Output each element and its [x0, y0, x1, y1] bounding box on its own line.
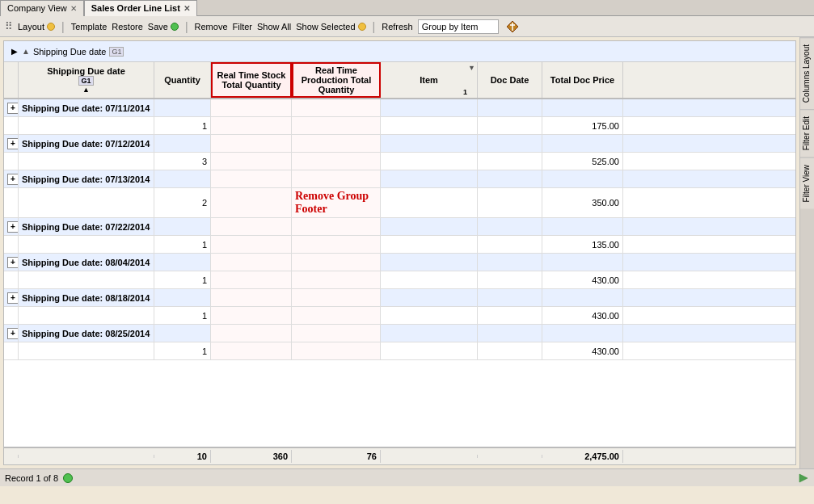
group-stock — [211, 325, 292, 342]
tab-sales-order-close[interactable]: ✕ — [183, 4, 190, 13]
total-doc-price-col-header[interactable]: Total Doc Price — [542, 62, 623, 98]
toolbar-action-icon[interactable] — [504, 18, 521, 36]
row-stock — [211, 271, 292, 288]
footer-prod: 76 — [292, 450, 381, 463]
group-stock — [211, 254, 292, 271]
sort-asc-icon: ▲ — [82, 86, 90, 94]
expand-icon[interactable]: + — [7, 221, 19, 233]
nav-forward-icon[interactable] — [798, 472, 809, 484]
row-expander[interactable]: + — [4, 289, 19, 306]
sidebar-tab-columns-layout[interactable]: Columns Layout — [800, 37, 814, 109]
save-button[interactable]: Save — [148, 22, 179, 32]
realtime-prod-col-header[interactable]: Real Time Production Total Quantity — [292, 62, 381, 98]
group-item — [381, 170, 478, 187]
row-expander[interactable]: + — [4, 254, 19, 271]
quantity-col-header[interactable]: Quantity — [154, 62, 211, 98]
filter-button[interactable]: Filter — [233, 22, 252, 32]
group-label: Shipping Due date: 07/12/2014 — [19, 135, 154, 152]
layout-dot — [47, 23, 55, 31]
expand-icon[interactable]: + — [7, 103, 19, 114]
group-doc-date — [478, 325, 542, 342]
group-sort-header: ▶ ▲ Shipping Due date G1 — [4, 41, 795, 62]
row-doc-date — [478, 236, 542, 253]
group-qty — [154, 99, 211, 116]
right-sidebar: Columns Layout Filter Edit Filter View — [799, 37, 814, 468]
row-doc-date — [478, 188, 542, 217]
row-item — [381, 307, 478, 324]
refresh-button[interactable]: Refresh — [382, 22, 413, 32]
sidebar-tab-filter-view[interactable]: Filter View — [800, 158, 814, 209]
row-doc-date — [478, 153, 542, 170]
tab-sales-order-line-list[interactable]: Sales Order Line List ✕ — [84, 0, 197, 16]
group-row[interactable]: + Shipping Due date: 08/25/2014 — [4, 325, 795, 342]
remove-button[interactable]: Remove — [195, 22, 228, 32]
row-expander[interactable]: + — [4, 325, 19, 342]
expand-icon[interactable]: + — [7, 292, 19, 304]
restore-button[interactable]: Restore — [112, 22, 143, 32]
row-prod — [292, 117, 381, 134]
row-stock — [211, 342, 292, 359]
item-col-header[interactable]: Item ▼ 1 — [381, 62, 478, 98]
save-label: Save — [148, 22, 168, 32]
shipping-date-col-header[interactable]: Shipping Due date G1 ▲ — [19, 62, 154, 98]
group-row[interactable]: + Shipping Due date: 08/04/2014 — [4, 254, 795, 271]
tab-bar: Company View ✕ Sales Order Line List ✕ — [0, 0, 814, 16]
sep2: | — [185, 20, 188, 33]
template-button[interactable]: Template — [71, 22, 108, 32]
row-expander[interactable]: + — [4, 135, 19, 152]
group-doc-date — [478, 289, 542, 306]
item-num-badge: 1 — [463, 88, 467, 96]
total-doc-price-label: Total Doc Price — [550, 75, 614, 85]
show-all-label: Show All — [257, 22, 291, 32]
show-selected-dot — [358, 23, 366, 31]
group-row[interactable]: + Shipping Due date: 07/12/2014 — [4, 135, 795, 153]
group-row[interactable]: + Shipping Due date: 07/13/2014 — [4, 170, 795, 188]
group-by-input[interactable] — [418, 19, 499, 34]
row-qty: 3 — [154, 153, 211, 170]
sidebar-tab-filter-edit[interactable]: Filter Edit — [800, 109, 814, 157]
group-row[interactable]: + Shipping Due date: 07/22/2014 — [4, 218, 795, 236]
group-qty — [154, 325, 211, 342]
group-label: Shipping Due date: 08/18/2014 — [19, 289, 154, 306]
data-row: 2 Remove Group Footer 350.00 — [4, 188, 795, 218]
realtime-stock-col-header[interactable]: Real Time Stock Total Quantity — [211, 62, 292, 98]
row-prod: Remove Group Footer — [292, 188, 381, 217]
layout-label: Layout — [18, 22, 44, 32]
row-item — [381, 117, 478, 134]
group-prod — [292, 135, 381, 152]
group-stock — [211, 99, 292, 116]
expand-icon[interactable]: + — [7, 138, 19, 149]
row-total: 175.00 — [542, 117, 623, 134]
show-all-button[interactable]: Show All — [257, 22, 291, 32]
doc-date-label: Doc Date — [491, 75, 529, 85]
group-label: Shipping Due date: 07/11/2014 — [19, 99, 154, 116]
expand-icon[interactable]: + — [7, 257, 19, 268]
tab-company-view[interactable]: Company View ✕ — [0, 0, 84, 16]
sep3: | — [373, 20, 376, 33]
group-qty — [154, 289, 211, 306]
row-expander[interactable]: + — [4, 218, 19, 235]
footer-expander — [4, 455, 19, 458]
group-item — [381, 325, 478, 342]
show-selected-button[interactable]: Show Selected — [296, 22, 365, 32]
row-expand-icon[interactable]: ▶ — [11, 47, 18, 56]
group-label: Shipping Due date: 07/13/2014 — [19, 170, 154, 187]
group-stock — [211, 135, 292, 152]
item-filter-icon: ▼ — [468, 64, 475, 72]
group-item — [381, 289, 478, 306]
group-doc-date — [478, 254, 542, 271]
expand-icon[interactable]: + — [7, 174, 19, 185]
layout-button[interactable]: Layout — [18, 22, 55, 32]
expand-icon[interactable]: + — [7, 328, 19, 339]
quantity-label: Quantity — [164, 75, 200, 85]
group-prod — [292, 325, 381, 342]
row-qty: 1 — [154, 236, 211, 253]
group-row[interactable]: + Shipping Due date: 08/18/2014 — [4, 289, 795, 307]
row-expander[interactable]: + — [4, 170, 19, 187]
doc-date-col-header[interactable]: Doc Date — [478, 62, 542, 98]
group-row[interactable]: + Shipping Due date: 07/11/2014 — [4, 99, 795, 117]
tab-company-view-close[interactable]: ✕ — [70, 4, 77, 13]
toolbar: ⠿ Layout | Template Restore Save | Remov… — [0, 16, 814, 37]
row-expander[interactable]: + — [4, 99, 19, 116]
sort-indicator: ▲ — [22, 47, 30, 56]
